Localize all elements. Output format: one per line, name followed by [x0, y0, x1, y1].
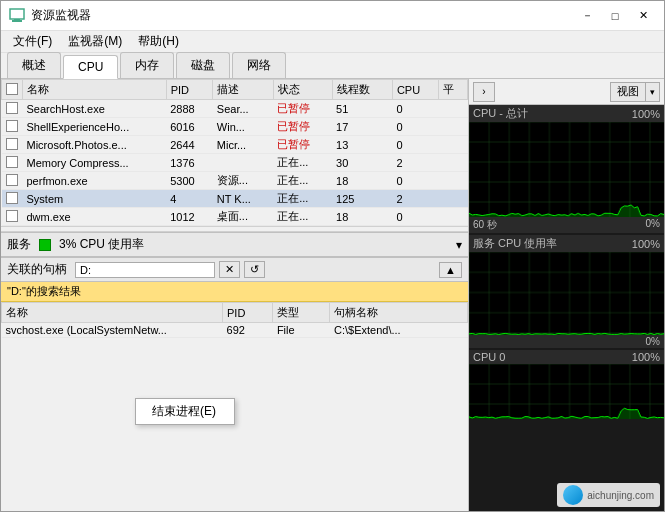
- row-name: Microsoft.Photos.e...: [23, 136, 167, 154]
- row-cpu: 0: [392, 100, 438, 118]
- svg-rect-1: [12, 20, 22, 22]
- view-button[interactable]: 视图: [610, 82, 646, 102]
- row-avg: [439, 136, 468, 154]
- handles-refresh-button[interactable]: ↺: [244, 261, 265, 278]
- col-status[interactable]: 状态: [273, 80, 332, 100]
- row-status: 正在...: [273, 208, 332, 226]
- row-desc: [213, 154, 273, 172]
- tab-disk[interactable]: 磁盘: [176, 52, 230, 78]
- handles-search: ✕ ↺: [75, 261, 439, 278]
- row-name: dwm.exe: [23, 208, 167, 226]
- handle-row-name: svchost.exe (LocalSystemNetw...: [2, 323, 223, 338]
- header-checkbox[interactable]: [6, 83, 18, 95]
- graph-service-min: 0%: [646, 336, 660, 347]
- table-row[interactable]: SearchHost.exe 2888 Sear... 已暂停 51 0: [2, 100, 468, 118]
- row-name: System: [23, 190, 167, 208]
- table-row[interactable]: Microsoft.Photos.e... 2644 Micr... 已暂停 1…: [2, 136, 468, 154]
- col-cpu[interactable]: CPU: [392, 80, 438, 100]
- row-status: 正在...: [273, 172, 332, 190]
- graph-cpu0-canvas: [469, 364, 664, 419]
- row-pid: 6016: [166, 118, 213, 136]
- handles-table: 名称 PID 类型 句柄名称 svchost.exe (LocalSystemN…: [1, 302, 468, 338]
- svg-rect-2: [14, 19, 20, 20]
- row-avg: [439, 208, 468, 226]
- row-threads: 30: [332, 154, 392, 172]
- title-buttons: － □ ✕: [574, 6, 656, 26]
- handles-collapse-button[interactable]: ▲: [439, 262, 462, 278]
- table-row[interactable]: perfmon.exe 5300 资源... 正在... 18 0: [2, 172, 468, 190]
- table-row[interactable]: System 4 NT K... 正在... 125 2: [2, 190, 468, 208]
- col-name[interactable]: 名称: [23, 80, 167, 100]
- row-checkbox-cell: [2, 100, 23, 118]
- handles-search-input[interactable]: [75, 262, 215, 278]
- row-checkbox-cell: [2, 172, 23, 190]
- row-desc: Win...: [213, 118, 273, 136]
- menu-help[interactable]: 帮助(H): [130, 31, 187, 52]
- graph-cpu-total-canvas: [469, 122, 664, 217]
- context-menu: 结束进程(E): [135, 398, 235, 425]
- close-button[interactable]: ✕: [630, 6, 656, 26]
- table-row[interactable]: svchost.exe (LocalSystemNetw... 692 File…: [2, 323, 468, 338]
- row-cpu: 0: [392, 208, 438, 226]
- right-panel: › 视图 ▾ CPU - 总计 100% 60 秒 0%: [469, 79, 664, 511]
- maximize-button[interactable]: □: [602, 6, 628, 26]
- row-checkbox-cell: [2, 208, 23, 226]
- row-threads: 51: [332, 100, 392, 118]
- menu-file[interactable]: 文件(F): [5, 31, 60, 52]
- graph-cpu-service-max: 100%: [632, 238, 660, 250]
- handles-col-pid[interactable]: PID: [223, 303, 273, 323]
- watermark-text: aichunjing.com: [587, 490, 654, 501]
- row-desc: Micr...: [213, 136, 273, 154]
- graph-cpu-service-label: 服务 CPU 使用率: [473, 236, 557, 251]
- graph-cpu0-max: 100%: [632, 351, 660, 363]
- graph-cpu-service: 服务 CPU 使用率 100% 0%: [469, 235, 664, 347]
- main-content: 名称 PID 描述 状态 线程数 CPU 平 SearchHost.exe 28…: [1, 79, 664, 511]
- col-desc[interactable]: 描述: [213, 80, 273, 100]
- handles-col-handle[interactable]: 句柄名称: [330, 303, 468, 323]
- row-avg: [439, 190, 468, 208]
- handle-row-type: File: [273, 323, 330, 338]
- row-name: Memory Compress...: [23, 154, 167, 172]
- svg-rect-0: [10, 9, 24, 19]
- context-menu-item-kill[interactable]: 结束进程(E): [136, 399, 234, 424]
- handles-section-header: 关联的句柄 ✕ ↺ ▲: [1, 257, 468, 282]
- row-status: 已暂停: [273, 118, 332, 136]
- row-avg: [439, 172, 468, 190]
- view-dropdown: 视图 ▾: [610, 82, 660, 102]
- process-table-section: 名称 PID 描述 状态 线程数 CPU 平 SearchHost.exe 28…: [1, 79, 468, 226]
- service-expand-icon[interactable]: ▾: [456, 238, 462, 252]
- handle-row-pid: 692: [223, 323, 273, 338]
- title-bar-left: 资源监视器: [9, 7, 91, 24]
- logo-icon: [563, 485, 583, 505]
- table-row[interactable]: dwm.exe 1012 桌面... 正在... 18 0: [2, 208, 468, 226]
- window-title: 资源监视器: [31, 7, 91, 24]
- handles-col-type[interactable]: 类型: [273, 303, 330, 323]
- tab-network[interactable]: 网络: [232, 52, 286, 78]
- handles-clear-button[interactable]: ✕: [219, 261, 240, 278]
- view-arrow-button[interactable]: ▾: [646, 82, 660, 102]
- row-cpu: 0: [392, 172, 438, 190]
- graph-cpu-total-max: 100%: [632, 108, 660, 120]
- row-threads: 125: [332, 190, 392, 208]
- tab-cpu[interactable]: CPU: [63, 55, 118, 79]
- graph-cpu-total-header: CPU - 总计 100%: [469, 105, 664, 122]
- search-result-label: "D:"的搜索结果: [7, 285, 81, 297]
- row-threads: 18: [332, 208, 392, 226]
- menu-monitor[interactable]: 监视器(M): [60, 31, 130, 52]
- tab-overview[interactable]: 概述: [7, 52, 61, 78]
- row-status: 正在...: [273, 190, 332, 208]
- minimize-button[interactable]: －: [574, 6, 600, 26]
- col-threads[interactable]: 线程数: [332, 80, 392, 100]
- graph-nav-button[interactable]: ›: [473, 82, 495, 102]
- table-row[interactable]: ShellExperienceHo... 6016 Win... 已暂停 17 …: [2, 118, 468, 136]
- tab-memory[interactable]: 内存: [120, 52, 174, 78]
- row-checkbox-cell: [2, 136, 23, 154]
- row-avg: [439, 118, 468, 136]
- graph-cpu-service-header: 服务 CPU 使用率 100%: [469, 235, 664, 252]
- service-section-header[interactable]: 服务 3% CPU 使用率 ▾: [1, 232, 468, 257]
- col-pid[interactable]: PID: [166, 80, 213, 100]
- row-pid: 5300: [166, 172, 213, 190]
- col-avg[interactable]: 平: [439, 80, 468, 100]
- table-row[interactable]: Memory Compress... 1376 正在... 30 2: [2, 154, 468, 172]
- handles-col-name[interactable]: 名称: [2, 303, 223, 323]
